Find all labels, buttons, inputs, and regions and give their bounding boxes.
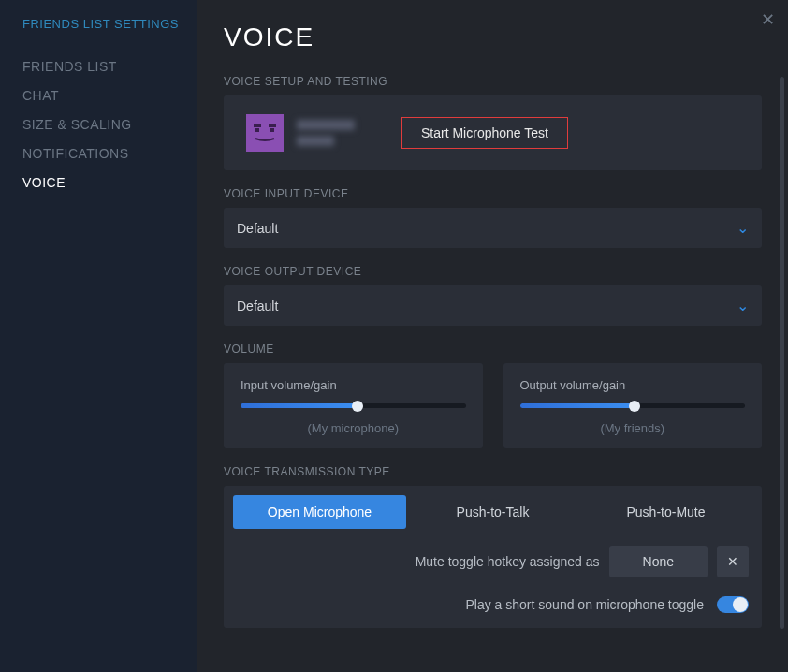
transmission-push-to-talk[interactable]: Push-to-Talk	[406, 495, 579, 529]
sidebar-item-friends-list[interactable]: FRIENDS LIST	[22, 59, 197, 74]
svg-rect-3	[255, 128, 259, 132]
voice-input-device-select[interactable]: Default ⌄	[224, 208, 762, 248]
voice-output-device-value: Default	[237, 299, 278, 314]
sidebar-item-notifications[interactable]: NOTIFICATIONS	[22, 146, 197, 161]
input-volume-card: Input volume/gain (My microphone)	[224, 363, 483, 448]
section-label-setup: VOICE SETUP AND TESTING	[224, 75, 762, 88]
user-name-placeholder	[297, 120, 362, 146]
transmission-push-to-mute[interactable]: Push-to-Mute	[579, 495, 752, 529]
transmission-open-mic[interactable]: Open Microphone	[233, 495, 406, 529]
sound-toggle-label: Play a short sound on microphone toggle	[466, 597, 705, 612]
close-icon: ✕	[727, 554, 738, 569]
sidebar: FRIENDS LIST SETTINGS FRIENDS LIST CHAT …	[0, 0, 197, 672]
input-volume-slider[interactable]	[241, 403, 466, 408]
svg-rect-4	[270, 128, 274, 132]
hotkey-label: Mute toggle hotkey assigned as	[416, 554, 600, 569]
chevron-down-icon: ⌄	[737, 297, 749, 314]
scrollbar[interactable]	[780, 77, 784, 629]
output-volume-card: Output volume/gain (My friends)	[503, 363, 763, 448]
sound-toggle-switch[interactable]	[717, 596, 749, 613]
toggle-knob	[733, 597, 748, 612]
voice-output-device-select[interactable]: Default ⌄	[224, 285, 762, 326]
main-content: ✕ VOICE VOICE SETUP AND TESTING Start Mi…	[197, 0, 788, 672]
section-label-input-device: VOICE INPUT DEVICE	[224, 187, 762, 200]
svg-rect-2	[269, 124, 276, 127]
hotkey-clear-button[interactable]: ✕	[717, 546, 749, 577]
input-volume-caption: (My microphone)	[241, 421, 466, 435]
svg-rect-1	[254, 124, 261, 127]
setup-panel: Start Microphone Test	[224, 95, 762, 170]
voice-input-device-value: Default	[237, 221, 278, 236]
sidebar-item-chat[interactable]: CHAT	[22, 88, 197, 103]
transmission-panel: Open Microphone Push-to-Talk Push-to-Mut…	[224, 486, 762, 628]
section-label-volume: VOLUME	[224, 343, 762, 356]
avatar-face-icon	[246, 114, 284, 152]
section-label-transmission: VOICE TRANSMISSION TYPE	[224, 465, 762, 478]
sidebar-title: FRIENDS LIST SETTINGS	[22, 17, 197, 31]
close-icon: ✕	[761, 10, 775, 29]
sidebar-item-voice[interactable]: VOICE	[22, 175, 197, 190]
start-mic-test-button[interactable]: Start Microphone Test	[401, 117, 568, 149]
avatar	[246, 114, 284, 152]
svg-rect-0	[246, 114, 284, 152]
output-volume-label: Output volume/gain	[520, 378, 746, 392]
input-volume-label: Input volume/gain	[241, 378, 466, 392]
page-title: VOICE	[224, 22, 762, 52]
output-volume-caption: (My friends)	[520, 421, 746, 435]
section-label-output-device: VOICE OUTPUT DEVICE	[224, 265, 762, 278]
close-button[interactable]: ✕	[761, 9, 775, 30]
output-volume-slider[interactable]	[520, 403, 746, 408]
sidebar-item-size-scaling[interactable]: SIZE & SCALING	[22, 117, 197, 132]
hotkey-input[interactable]: None	[609, 546, 708, 577]
chevron-down-icon: ⌄	[737, 219, 749, 237]
